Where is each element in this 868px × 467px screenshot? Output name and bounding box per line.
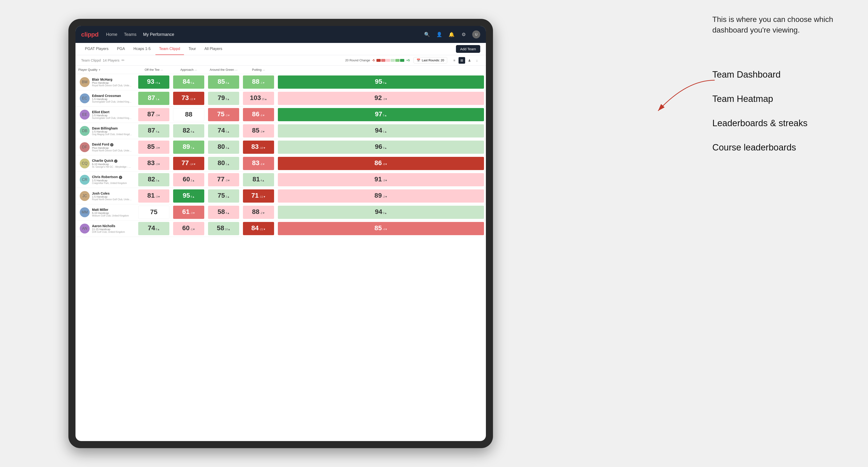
score-change: -3▼: [225, 179, 230, 182]
score-value: 86: [252, 111, 259, 118]
player-cell-7[interactable]: JC Josh Coles 1-5 Handicap Royal North D…: [75, 188, 136, 204]
player-club: Craigmillar Park, United Kingdom: [92, 182, 132, 184]
edit-team-icon[interactable]: ✏: [121, 58, 125, 63]
player-cell-6[interactable]: CR Chris Robertson ✓ 1-5 Handicap Craigm…: [75, 172, 136, 188]
player-avatar: CQ: [80, 158, 90, 168]
player-cell-4[interactable]: DF David Ford ✓ Plus Handicap Royal Nort…: [75, 139, 136, 155]
table-body: BM Blair McHarg Plus Handicap Royal Nort…: [75, 74, 486, 237]
add-team-button[interactable]: Add Team: [456, 45, 480, 53]
score-cell-around_green-2: 86 -6▼: [241, 106, 276, 123]
score-value: 81: [252, 176, 260, 183]
player-cell-0[interactable]: BM Blair McHarg Plus Handicap Royal Nort…: [75, 74, 136, 90]
score-value: 92: [375, 94, 382, 102]
color-seg-green-dark: [400, 59, 404, 62]
score-change: -3▼: [190, 212, 195, 214]
score-change: 7▲: [191, 147, 195, 149]
color-seg-red: [376, 59, 381, 62]
search-icon[interactable]: 🔍: [423, 31, 431, 38]
score-change: 10▲: [225, 228, 230, 231]
score-change: +9▲: [155, 81, 160, 84]
score-value: 83: [251, 143, 259, 151]
score-box: 75 -3▼: [208, 108, 239, 121]
score-box: 85 -3▼: [138, 141, 169, 154]
score-box: 83 -10▼: [243, 141, 274, 154]
player-cell-2[interactable]: EE Elliot Ebert 1-5 Handicap Sunningdale…: [75, 106, 136, 123]
score-change: -10▼: [259, 147, 266, 149]
player-cell-3[interactable]: DB Dave Billingham 1-5 Handicap Gog Mago…: [75, 123, 136, 139]
score-value: 80: [217, 159, 225, 167]
player-cell-1[interactable]: EC Edward Crossman 1-5 Handicap Sunningd…: [75, 90, 136, 106]
score-box: 89 -2▼: [278, 189, 484, 203]
score-change: -3▼: [225, 114, 230, 117]
team-bar: Team Clippd 14 Players ✏ 20 Round Change…: [75, 55, 486, 66]
score-cell-player_quality-1: 87 1▲: [136, 90, 171, 106]
score-change: -6▼: [260, 114, 265, 117]
sub-nav-item-pga[interactable]: PGA: [113, 43, 129, 55]
score-value: 83: [148, 159, 155, 167]
score-box: 58 10▲: [208, 222, 239, 235]
score-box: 79 9▲: [208, 92, 239, 105]
score-value: 58: [217, 224, 224, 232]
player-club: Royal North Devon Golf Club, United King…: [92, 84, 132, 87]
user-avatar[interactable]: U: [472, 30, 480, 38]
score-change: 9▲: [226, 98, 230, 100]
score-cell-around_green-6: 81 4▲: [241, 172, 276, 188]
score-change: 4▲: [226, 212, 230, 214]
score-cell-approach-3: 74 1▲: [206, 123, 241, 139]
sub-nav-item-team-clippd[interactable]: Team Clippd: [155, 43, 184, 55]
annotation-arrow: [639, 75, 719, 118]
score-change: 2▲: [191, 179, 195, 182]
sub-nav-item-tour[interactable]: Tour: [185, 43, 200, 55]
last-rounds-button[interactable]: 📅 Last Rounds: 20: [413, 57, 447, 63]
score-change: -11▼: [190, 98, 196, 100]
profile-icon[interactable]: 👤: [435, 31, 443, 38]
score-cell-around_green-0: 88 -1▼: [241, 74, 276, 90]
nav-item-home[interactable]: Home: [106, 31, 118, 38]
score-value: 58: [217, 208, 225, 216]
score-box: 75 2▲: [208, 189, 239, 203]
score-value: 85: [217, 78, 225, 85]
score-cell-off_tee-2: 88: [171, 106, 206, 123]
download-icon[interactable]: ↓: [474, 57, 480, 64]
color-seg-green-pale: [391, 59, 395, 62]
nav-item-teams[interactable]: Teams: [124, 31, 136, 38]
score-change: 1▲: [383, 130, 387, 133]
score-value: 74: [217, 127, 225, 134]
player-name: Josh Coles: [92, 191, 110, 195]
score-cell-player_quality-6: 82 3▲: [136, 172, 171, 188]
score-box: 82 3▲: [138, 173, 169, 186]
score-change: 3▲: [156, 179, 160, 182]
sub-nav-item-pgat-players[interactable]: PGAT Players: [81, 43, 112, 55]
score-change: 4▲: [261, 179, 265, 182]
player-info: Dave Billingham 1-5 Handicap Gog Magog G…: [92, 126, 132, 135]
score-cell-around_green-9: 84 -21▼: [241, 220, 276, 237]
score-value: 87: [148, 94, 155, 102]
grid-view-icon[interactable]: ⊞: [459, 57, 465, 64]
player-cell-9[interactable]: AN Aaron Nicholls 11-15 Handicap Drift G…: [75, 220, 136, 237]
notification-icon[interactable]: 🔔: [448, 31, 455, 38]
chart-view-icon[interactable]: ♟: [466, 57, 473, 64]
score-cell-off_tee-7: 95 8▲: [171, 188, 206, 204]
player-cell-8[interactable]: MM Matt Miller 6-10 Handicap Woburn Golf…: [75, 204, 136, 220]
player-info: Charlie Quick ✓ 6-10 Handicap St. George…: [92, 159, 132, 168]
score-cell-player_quality-9: 74 8▲: [136, 220, 171, 237]
view-toggle-group: ≡ ⊞ ♟ ↓: [451, 57, 480, 64]
score-cell-putting-0: 95 9▲: [276, 74, 486, 90]
score-box: 86 -6▼: [243, 108, 274, 121]
nav-item-my-performance[interactable]: My Performance: [143, 31, 174, 38]
score-cell-putting-4: 96 3▲: [276, 139, 486, 155]
score-value: 96: [375, 143, 382, 151]
table-container: Player Quality ▼ Off the Tee — Approach …: [75, 66, 486, 441]
score-change: -21▼: [259, 228, 266, 231]
score-box: 58 4▲: [208, 206, 239, 219]
list-view-icon[interactable]: ≡: [451, 57, 458, 64]
player-cell-5[interactable]: CQ Charlie Quick ✓ 6-10 Handicap St. Geo…: [75, 155, 136, 172]
player-name: Chris Robertson ✓: [92, 175, 122, 179]
sub-nav-item-all-players[interactable]: All Players: [201, 43, 226, 55]
player-handicap: 1-5 Handicap: [92, 130, 132, 133]
player-handicap: 1-5 Handicap: [92, 195, 132, 198]
player-info: Elliot Ebert 1-5 Handicap Sunningdale Go…: [92, 110, 132, 119]
sub-nav-item-hcaps-1-5[interactable]: Hcaps 1-5: [130, 43, 154, 55]
score-cell-off_tee-6: 60 2▲: [171, 172, 206, 188]
settings-icon[interactable]: ⚙: [460, 31, 467, 38]
